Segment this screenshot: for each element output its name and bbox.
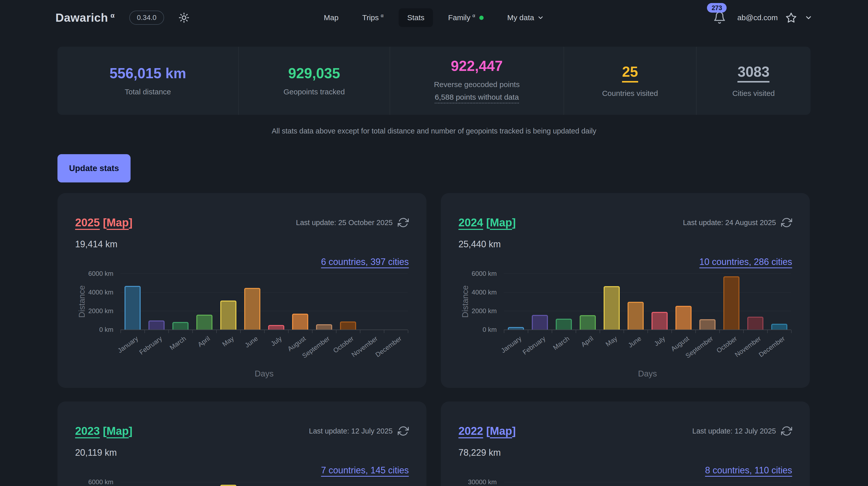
- bar-august[interactable]: [676, 306, 691, 330]
- refresh-year-button[interactable]: [781, 217, 792, 228]
- x-axis-tick: [192, 330, 193, 333]
- x-axis-month-label: July: [652, 335, 666, 348]
- countries-cities-link-2024[interactable]: 10 countries, 286 cities: [700, 257, 792, 267]
- last-update-text: Last update: 12 July 2025: [692, 427, 776, 435]
- year-link-2023[interactable]: 2023: [75, 425, 100, 437]
- year-total-distance: 78,229 km: [459, 448, 501, 458]
- bar-february[interactable]: [532, 315, 548, 330]
- notifications-button[interactable]: 273: [713, 11, 726, 24]
- x-axis-month-label: August: [670, 335, 690, 353]
- x-axis-month-label: July: [269, 335, 283, 348]
- map-link-2023[interactable]: Map: [106, 425, 129, 437]
- bar-february[interactable]: [149, 320, 164, 330]
- bar-september[interactable]: [316, 324, 332, 330]
- y-axis-tick-label: 0 km: [75, 326, 114, 334]
- bar-october[interactable]: [723, 276, 740, 330]
- x-axis-tick: [648, 330, 648, 333]
- x-axis-tick: [145, 330, 145, 333]
- user-menu-toggle[interactable]: [805, 13, 812, 22]
- bar-june[interactable]: [627, 302, 644, 330]
- bar-march[interactable]: [173, 322, 188, 330]
- refresh-year-button[interactable]: [398, 425, 409, 436]
- bar-november[interactable]: [747, 317, 764, 330]
- cities-visited-link[interactable]: 3083: [738, 64, 770, 83]
- favorite-button[interactable]: [785, 12, 797, 24]
- star-icon: [785, 12, 797, 24]
- bar-september[interactable]: [700, 319, 715, 330]
- nav-item-family[interactable]: Familyα: [439, 8, 492, 27]
- gridline: [121, 482, 408, 482]
- year-card-2023: 2023 [Map] Last update: 12 July 2025 20,…: [58, 401, 427, 486]
- app-logo[interactable]: Dawarichα: [56, 11, 115, 25]
- bar-july[interactable]: [651, 312, 668, 330]
- bar-april[interactable]: [580, 315, 596, 330]
- map-link-2022[interactable]: Map: [490, 425, 512, 437]
- update-stats-button[interactable]: Update stats: [58, 154, 130, 182]
- bar-june[interactable]: [244, 288, 260, 330]
- refresh-icon: [398, 425, 409, 436]
- year-total-distance: 25,440 km: [459, 239, 501, 250]
- version-badge: 0.34.0: [129, 10, 164, 25]
- x-axis-tick: [528, 330, 528, 333]
- nav-item-map[interactable]: Map: [315, 8, 347, 27]
- notification-count-badge: 273: [707, 3, 726, 12]
- x-axis-tick: [121, 330, 121, 333]
- points-without-data-link[interactable]: 6,588 points without data: [435, 93, 519, 104]
- bar-may[interactable]: [603, 286, 620, 330]
- countries-cities-link-2025[interactable]: 6 countries, 397 cities: [321, 257, 409, 267]
- x-axis-title: Days: [504, 369, 791, 378]
- refresh-year-button[interactable]: [781, 425, 792, 436]
- alpha-superscript: α: [381, 13, 383, 19]
- gridline: [504, 482, 791, 482]
- map-link-2024[interactable]: Map: [490, 216, 512, 229]
- monthly-distance-chart-2022: 30000 km20000 km10000 km0 kmJanuaryFebru…: [459, 477, 792, 486]
- bar-july[interactable]: [268, 325, 284, 330]
- x-axis-tick: [336, 330, 337, 333]
- y-axis-title: Distance: [77, 285, 87, 318]
- countries-cities-link-2022[interactable]: 8 countries, 110 cities: [705, 465, 792, 476]
- navbar: Dawarichα 0.34.0 Map Tripsα Stats Family…: [0, 0, 868, 35]
- year-link-2024[interactable]: 2024: [459, 216, 483, 229]
- bar-may[interactable]: [220, 301, 237, 330]
- stat-total-distance-value: 556,015 km: [110, 65, 186, 81]
- x-axis-tick: [264, 330, 265, 333]
- nav-item-stats[interactable]: Stats: [399, 8, 433, 27]
- x-axis-month-label: December: [374, 335, 403, 359]
- bar-may[interactable]: [220, 485, 237, 486]
- bar-january[interactable]: [124, 286, 141, 330]
- nav-item-trips[interactable]: Tripsα: [353, 8, 392, 27]
- x-axis-tick: [791, 330, 792, 333]
- map-link-2025[interactable]: Map: [106, 216, 129, 229]
- bar-january[interactable]: [508, 327, 524, 330]
- bar-december[interactable]: [771, 324, 787, 330]
- x-axis-month-label: March: [168, 335, 187, 352]
- x-axis-month-label: December: [757, 335, 786, 359]
- x-axis-month-label: November: [350, 335, 379, 359]
- countries-visited-link[interactable]: 25: [622, 64, 638, 83]
- year-total-distance: 20,119 km: [75, 448, 117, 458]
- gridline: [121, 292, 408, 292]
- theme-toggle-button[interactable]: [179, 12, 189, 23]
- nav-item-my-data[interactable]: My data: [498, 8, 553, 27]
- x-axis-tick: [576, 330, 576, 333]
- x-axis-month-label: April: [580, 335, 594, 349]
- x-axis-month-label: January: [499, 335, 523, 354]
- y-axis-tick-label: 0 km: [459, 326, 497, 334]
- bar-march[interactable]: [556, 319, 572, 330]
- year-card-2022: 2022 [Map] Last update: 12 July 2025 78,…: [441, 401, 810, 486]
- y-axis-title: Distance: [461, 285, 470, 318]
- bar-august[interactable]: [292, 314, 308, 330]
- year-card-title: 2024 [Map]: [459, 216, 516, 229]
- x-axis-title: Days: [121, 369, 408, 378]
- year-link-2025[interactable]: 2025: [75, 216, 100, 229]
- user-email[interactable]: ab@cd.com: [737, 13, 778, 22]
- x-axis-month-label: February: [137, 335, 163, 356]
- refresh-icon: [781, 217, 792, 228]
- refresh-year-button[interactable]: [398, 217, 409, 228]
- countries-cities-link-2023[interactable]: 7 countries, 145 cities: [321, 465, 409, 476]
- year-link-2022[interactable]: 2022: [459, 425, 483, 437]
- bar-october[interactable]: [340, 321, 356, 330]
- x-axis-tick: [384, 330, 384, 333]
- bar-april[interactable]: [196, 315, 213, 330]
- x-axis-tick: [288, 330, 288, 333]
